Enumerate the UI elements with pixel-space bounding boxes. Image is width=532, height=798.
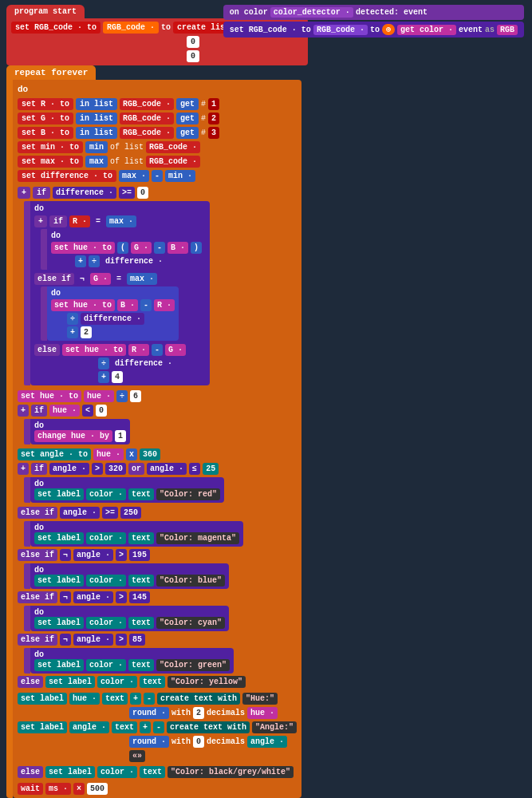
num-500[interactable]: 500 [87,783,108,795]
set-diff-label[interactable]: set difference · to [18,170,116,182]
plus-if-btn4[interactable]: + [18,463,29,475]
round-label1[interactable]: round · [129,707,169,719]
color-green-val[interactable]: "Color: green" [156,659,230,671]
ms-ref[interactable]: ms · [45,783,71,795]
plus-if-btn2[interactable]: + [34,215,47,227]
color-ref7[interactable]: color · [97,766,137,778]
gt4[interactable]: > [116,634,127,646]
set-hue-label4[interactable]: set hue · to [18,390,81,402]
g-ref1[interactable]: G · [131,242,152,254]
text-label6[interactable]: text [140,676,165,688]
in-list-label3[interactable]: in list [76,127,117,139]
num-4[interactable]: 4 [112,371,123,383]
text-label3[interactable]: text [128,575,154,587]
num-360[interactable]: 360 [140,448,160,460]
num-0-e[interactable]: 0 [96,405,107,417]
color-magenta-val[interactable]: "Color: magenta" [156,532,239,544]
num-0-c[interactable]: 0 [187,50,199,62]
color-ref2[interactable]: color · [86,532,126,544]
lte1[interactable]: ≤ [189,463,200,475]
min-func[interactable]: min [85,141,108,153]
max-ref2[interactable]: max · [106,215,136,227]
r-ref2[interactable]: R · [154,299,175,311]
rgb-code-ref2[interactable]: RGB_code · [120,113,174,124]
set-label-label3[interactable]: set label [34,575,84,587]
min-ref1[interactable]: min · [165,170,195,182]
get-label[interactable]: get [176,98,199,110]
color-ref6[interactable]: color · [97,676,137,688]
in-list-label[interactable]: in list [76,98,117,110]
else-if-label1[interactable]: else if [34,273,74,285]
diff-ref1[interactable]: difference · [53,187,116,199]
set-hue-label1[interactable]: set hue · to [51,242,115,254]
if-label3[interactable]: if [31,405,47,417]
num-250[interactable]: 250 [120,507,141,519]
num-2-c[interactable]: 2 [193,707,204,719]
plus2[interactable]: + [67,326,78,338]
color-yellow-val[interactable]: "Color: yellow" [167,676,246,688]
text-label2[interactable]: text [128,532,154,544]
num-2[interactable]: 2 [208,113,219,124]
if-label2[interactable]: if [49,215,67,227]
num-320[interactable]: 320 [105,463,126,475]
plus-if-btn3[interactable]: + [18,405,29,417]
text-label8[interactable]: text [112,721,137,733]
hue-ref3[interactable]: hue · [93,448,124,460]
angle-string-val[interactable]: "Angle:" [252,721,297,733]
color-ref5[interactable]: color · [86,659,126,671]
eq-label[interactable]: = [93,215,104,227]
num-85[interactable]: 85 [129,634,145,646]
max-func[interactable]: max [85,156,108,168]
plus-create-btn[interactable]: + [130,693,141,705]
minus-create-btn2[interactable]: - [153,721,164,733]
wait-label[interactable]: wait [18,783,43,795]
text-label7[interactable]: text [102,693,128,705]
max-ref1[interactable]: max · [119,170,149,182]
r-ref3[interactable]: R · [128,344,149,356]
rgb-pill[interactable]: RGB [497,25,518,35]
else-if-label3[interactable]: else if [18,549,57,561]
num-195[interactable]: 195 [129,549,150,561]
diff-ref4[interactable]: difference · [112,358,175,369]
angle-extra-val[interactable]: «» [129,750,145,762]
gt2[interactable]: > [116,549,127,561]
plus-create-btn2[interactable]: + [140,721,151,733]
create-text-with-label1[interactable]: create text with [157,693,240,705]
div3[interactable]: ÷ [98,358,109,369]
angle-ref7[interactable]: angle · [69,721,109,733]
set-hue-label3[interactable]: set hue · to [62,344,126,356]
g-ref2[interactable]: G · [90,273,111,285]
else-if-label2[interactable]: else if [18,507,57,519]
else-if-label5[interactable]: else if [18,634,57,646]
set-label-label1[interactable]: set label [34,488,84,500]
minus1[interactable]: - [154,242,165,254]
color-ref4[interactable]: color · [86,617,126,629]
text-label5[interactable]: text [128,659,154,671]
create-text-with-label2[interactable]: create text with [167,721,250,733]
set-angle-label[interactable]: set angle · to [18,448,91,460]
num-2-b[interactable]: 2 [81,326,92,338]
angle-ref5[interactable]: angle · [73,591,113,603]
set-max-label[interactable]: set max · to [18,156,83,168]
plus3[interactable]: + [98,371,109,383]
set-label-label2[interactable]: set label [34,532,84,544]
set-b-label[interactable]: set B · to [18,127,73,139]
else-if-label4[interactable]: else if [18,591,57,603]
set-label-label8[interactable]: set label [18,721,67,733]
angle-ref4[interactable]: angle · [73,549,113,561]
b-ref2[interactable]: B · [117,299,138,311]
angle-ref2[interactable]: angle · [147,463,187,475]
color-ref1[interactable]: color · [86,488,126,500]
div2[interactable]: ÷ [67,313,78,325]
div1[interactable]: ÷ [89,255,100,267]
text-label1[interactable]: text [128,488,154,500]
rgb-code-ref5[interactable]: RGB_code · [146,156,200,168]
hue-ref1[interactable]: hue · [84,390,114,402]
max-ref3[interactable]: max · [127,273,157,285]
eq-label2[interactable]: = [113,273,124,285]
b-ref1[interactable]: B · [167,242,188,254]
set-label-label9[interactable]: set label [45,766,95,778]
in-list-label2[interactable]: in list [76,113,117,124]
angle-ref6[interactable]: angle · [73,634,113,646]
plus-if-btn[interactable]: + [18,187,30,199]
